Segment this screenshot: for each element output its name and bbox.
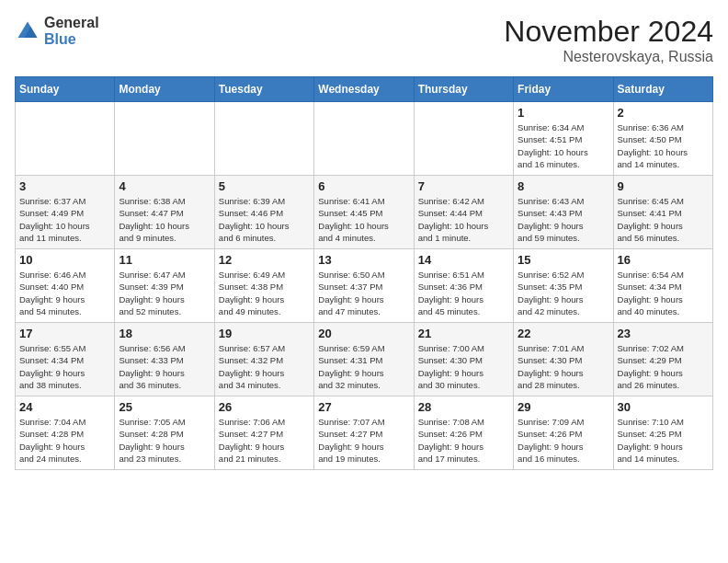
calendar-cell: 6Sunrise: 6:41 AM Sunset: 4:45 PM Daylig… — [314, 176, 414, 249]
day-number: 30 — [618, 400, 709, 414]
calendar-cell: 12Sunrise: 6:49 AM Sunset: 4:38 PM Dayli… — [214, 249, 313, 323]
calendar-cell: 9Sunrise: 6:45 AM Sunset: 4:41 PM Daylig… — [613, 176, 712, 249]
header-tuesday: Tuesday — [214, 77, 313, 102]
day-number: 23 — [618, 327, 709, 340]
day-info: Sunrise: 7:00 AM Sunset: 4:30 PM Dayligh… — [418, 342, 509, 391]
day-info: Sunrise: 6:56 AM Sunset: 4:33 PM Dayligh… — [119, 342, 210, 391]
day-number: 29 — [518, 400, 609, 414]
page-header: General Blue November 2024 Nesterovskaya… — [15, 15, 713, 65]
day-number: 14 — [418, 253, 509, 267]
calendar-cell: 7Sunrise: 6:42 AM Sunset: 4:44 PM Daylig… — [414, 176, 513, 249]
day-info: Sunrise: 7:09 AM Sunset: 4:26 PM Dayligh… — [518, 416, 609, 465]
day-info: Sunrise: 6:49 AM Sunset: 4:38 PM Dayligh… — [219, 269, 310, 317]
calendar-cell: 4Sunrise: 6:38 AM Sunset: 4:47 PM Daylig… — [115, 176, 214, 249]
calendar-cell: 8Sunrise: 6:43 AM Sunset: 4:43 PM Daylig… — [514, 176, 613, 249]
header-friday: Friday — [514, 77, 613, 102]
day-info: Sunrise: 6:54 AM Sunset: 4:34 PM Dayligh… — [618, 269, 709, 317]
day-number: 27 — [318, 400, 409, 414]
calendar-cell: 5Sunrise: 6:39 AM Sunset: 4:46 PM Daylig… — [214, 176, 313, 249]
day-number: 25 — [119, 400, 210, 414]
day-number: 21 — [418, 327, 509, 340]
calendar-cell: 3Sunrise: 6:37 AM Sunset: 4:49 PM Daylig… — [16, 176, 115, 249]
calendar-cell: 30Sunrise: 7:10 AM Sunset: 4:25 PM Dayli… — [613, 396, 712, 470]
day-number: 16 — [618, 253, 709, 267]
calendar-cell — [214, 102, 313, 176]
day-number: 3 — [19, 179, 110, 193]
day-info: Sunrise: 6:37 AM Sunset: 4:49 PM Dayligh… — [19, 195, 110, 244]
day-number: 4 — [119, 179, 210, 193]
day-info: Sunrise: 6:34 AM Sunset: 4:51 PM Dayligh… — [518, 121, 609, 170]
day-number: 11 — [119, 253, 210, 267]
calendar-cell: 1Sunrise: 6:34 AM Sunset: 4:51 PM Daylig… — [514, 102, 613, 176]
day-info: Sunrise: 7:10 AM Sunset: 4:25 PM Dayligh… — [618, 416, 709, 465]
header-monday: Monday — [115, 77, 214, 102]
day-info: Sunrise: 7:08 AM Sunset: 4:26 PM Dayligh… — [418, 416, 509, 465]
calendar-cell: 10Sunrise: 6:46 AM Sunset: 4:40 PM Dayli… — [16, 249, 115, 323]
calendar-cell: 19Sunrise: 6:57 AM Sunset: 4:32 PM Dayli… — [214, 323, 313, 396]
day-number: 1 — [518, 106, 609, 120]
logo-blue-text: Blue — [44, 31, 99, 48]
day-info: Sunrise: 7:06 AM Sunset: 4:27 PM Dayligh… — [219, 416, 310, 465]
day-number: 2 — [618, 106, 709, 120]
calendar-table: SundayMondayTuesdayWednesdayThursdayFrid… — [15, 76, 713, 470]
day-info: Sunrise: 7:05 AM Sunset: 4:28 PM Dayligh… — [119, 416, 210, 465]
calendar-cell: 15Sunrise: 6:52 AM Sunset: 4:35 PM Dayli… — [514, 249, 613, 323]
calendar-cell — [16, 102, 115, 176]
title-block: November 2024 Nesterovskaya, Russia — [504, 15, 713, 65]
day-info: Sunrise: 6:55 AM Sunset: 4:34 PM Dayligh… — [19, 342, 110, 391]
day-number: 26 — [219, 400, 310, 414]
day-info: Sunrise: 6:38 AM Sunset: 4:47 PM Dayligh… — [119, 195, 210, 244]
calendar-cell: 27Sunrise: 7:07 AM Sunset: 4:27 PM Dayli… — [314, 396, 414, 470]
day-info: Sunrise: 7:07 AM Sunset: 4:27 PM Dayligh… — [318, 416, 409, 465]
header-row: SundayMondayTuesdayWednesdayThursdayFrid… — [16, 77, 713, 102]
week-row-4: 17Sunrise: 6:55 AM Sunset: 4:34 PM Dayli… — [16, 323, 713, 396]
day-number: 22 — [518, 327, 609, 340]
calendar-cell: 21Sunrise: 7:00 AM Sunset: 4:30 PM Dayli… — [414, 323, 513, 396]
day-info: Sunrise: 6:57 AM Sunset: 4:32 PM Dayligh… — [219, 342, 310, 391]
calendar-cell: 16Sunrise: 6:54 AM Sunset: 4:34 PM Dayli… — [613, 249, 712, 323]
day-info: Sunrise: 6:41 AM Sunset: 4:45 PM Dayligh… — [318, 195, 409, 244]
day-number: 12 — [219, 253, 310, 267]
header-thursday: Thursday — [414, 77, 513, 102]
calendar-cell: 14Sunrise: 6:51 AM Sunset: 4:36 PM Dayli… — [414, 249, 513, 323]
calendar-cell: 26Sunrise: 7:06 AM Sunset: 4:27 PM Dayli… — [214, 396, 313, 470]
day-info: Sunrise: 7:02 AM Sunset: 4:29 PM Dayligh… — [618, 342, 709, 391]
calendar-cell: 17Sunrise: 6:55 AM Sunset: 4:34 PM Dayli… — [16, 323, 115, 396]
logo: General Blue — [15, 15, 99, 47]
day-number: 9 — [618, 179, 709, 193]
day-number: 20 — [318, 327, 409, 340]
header-sunday: Sunday — [16, 77, 115, 102]
day-number: 18 — [119, 327, 210, 340]
day-info: Sunrise: 6:51 AM Sunset: 4:36 PM Dayligh… — [418, 269, 509, 317]
day-number: 28 — [418, 400, 509, 414]
calendar-cell: 22Sunrise: 7:01 AM Sunset: 4:30 PM Dayli… — [514, 323, 613, 396]
day-number: 5 — [219, 179, 310, 193]
day-info: Sunrise: 6:42 AM Sunset: 4:44 PM Dayligh… — [418, 195, 509, 244]
logo-text: General Blue — [44, 15, 99, 47]
week-row-2: 3Sunrise: 6:37 AM Sunset: 4:49 PM Daylig… — [16, 176, 713, 249]
calendar-cell — [115, 102, 214, 176]
calendar-cell: 20Sunrise: 6:59 AM Sunset: 4:31 PM Dayli… — [314, 323, 414, 396]
calendar-cell: 23Sunrise: 7:02 AM Sunset: 4:29 PM Dayli… — [613, 323, 712, 396]
calendar-header: SundayMondayTuesdayWednesdayThursdayFrid… — [16, 77, 713, 102]
day-number: 10 — [19, 253, 110, 267]
header-wednesday: Wednesday — [314, 77, 414, 102]
day-info: Sunrise: 7:01 AM Sunset: 4:30 PM Dayligh… — [518, 342, 609, 391]
day-info: Sunrise: 6:59 AM Sunset: 4:31 PM Dayligh… — [318, 342, 409, 391]
location-title: Nesterovskaya, Russia — [504, 49, 713, 65]
day-info: Sunrise: 6:47 AM Sunset: 4:39 PM Dayligh… — [119, 269, 210, 317]
week-row-3: 10Sunrise: 6:46 AM Sunset: 4:40 PM Dayli… — [16, 249, 713, 323]
calendar-cell: 28Sunrise: 7:08 AM Sunset: 4:26 PM Dayli… — [414, 396, 513, 470]
calendar-cell — [414, 102, 513, 176]
day-info: Sunrise: 6:43 AM Sunset: 4:43 PM Dayligh… — [518, 195, 609, 244]
day-number: 24 — [19, 400, 110, 414]
day-number: 8 — [518, 179, 609, 193]
calendar-cell: 18Sunrise: 6:56 AM Sunset: 4:33 PM Dayli… — [115, 323, 214, 396]
day-number: 15 — [518, 253, 609, 267]
logo-icon — [15, 18, 40, 44]
calendar-cell: 2Sunrise: 6:36 AM Sunset: 4:50 PM Daylig… — [613, 102, 712, 176]
day-info: Sunrise: 7:04 AM Sunset: 4:28 PM Dayligh… — [19, 416, 110, 465]
day-number: 6 — [318, 179, 409, 193]
calendar-cell: 24Sunrise: 7:04 AM Sunset: 4:28 PM Dayli… — [16, 396, 115, 470]
calendar-cell: 13Sunrise: 6:50 AM Sunset: 4:37 PM Dayli… — [314, 249, 414, 323]
